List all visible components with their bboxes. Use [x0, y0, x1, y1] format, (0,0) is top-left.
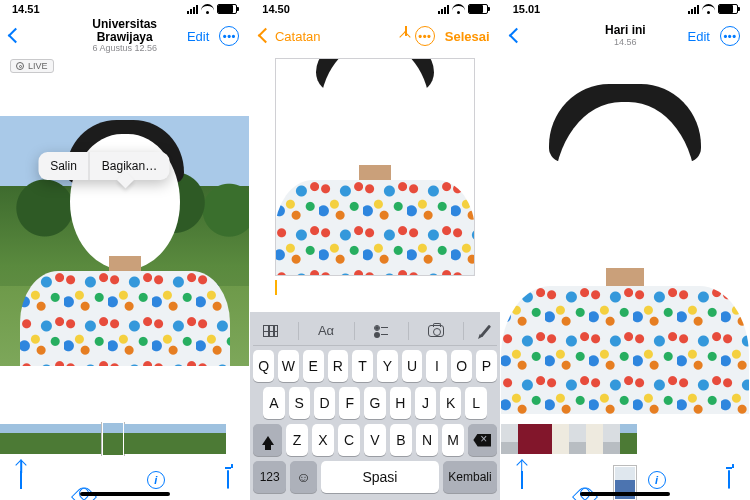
key-q[interactable]: Q	[253, 350, 274, 382]
key-r[interactable]: R	[328, 350, 349, 382]
thumbnail[interactable]	[51, 424, 68, 454]
key-v[interactable]: V	[364, 424, 386, 456]
key-f[interactable]: F	[339, 387, 360, 419]
delete-button[interactable]	[227, 471, 229, 489]
pasted-image[interactable]	[275, 58, 475, 276]
key-y[interactable]: Y	[377, 350, 398, 382]
key-shift[interactable]	[253, 424, 282, 456]
key-o[interactable]: O	[451, 350, 472, 382]
key-l[interactable]: L	[465, 387, 486, 419]
checklist-icon	[374, 325, 388, 337]
trash-icon	[227, 470, 229, 489]
key-z[interactable]: Z	[286, 424, 308, 456]
kb-table-button[interactable]	[263, 325, 278, 337]
thumbnail-strip[interactable]	[501, 422, 750, 456]
key-b[interactable]: B	[390, 424, 412, 456]
note-body[interactable]	[250, 54, 499, 312]
thumbnail[interactable]	[552, 424, 569, 454]
nav-subtitle: 14.56	[565, 38, 686, 48]
key-t[interactable]: T	[352, 350, 373, 382]
key-space[interactable]: Spasi	[321, 461, 440, 493]
thumbnail[interactable]	[141, 424, 158, 454]
key-a[interactable]: A	[263, 387, 284, 419]
key-g[interactable]: G	[364, 387, 385, 419]
key-d[interactable]: D	[314, 387, 335, 419]
context-copy[interactable]: Salin	[38, 152, 89, 180]
share-button[interactable]	[20, 471, 22, 489]
photo-viewport[interactable]: Salin Bagikan…	[0, 116, 249, 366]
thumbnail[interactable]	[535, 424, 552, 454]
edit-button[interactable]: Edit	[187, 29, 209, 44]
chevron-left-icon	[508, 27, 524, 43]
chevron-left-icon	[8, 27, 24, 43]
kb-format-button[interactable]: Aα	[318, 323, 334, 338]
status-time: 15.01	[513, 3, 541, 15]
more-button[interactable]: •••	[219, 26, 239, 46]
thumbnail[interactable]	[209, 424, 226, 454]
more-button[interactable]: •••	[720, 26, 740, 46]
thumbnail[interactable]	[620, 424, 637, 454]
thumbnail[interactable]	[586, 424, 603, 454]
thumbnail[interactable]	[124, 424, 141, 454]
nav-bar: Hari ini 14.56 Edit •••	[501, 18, 750, 54]
photo-subject	[275, 59, 475, 275]
key-numbers[interactable]: 123	[253, 461, 286, 493]
key-w[interactable]: W	[278, 350, 299, 382]
thumbnail[interactable]	[85, 424, 102, 454]
kb-markup-button[interactable]	[484, 324, 487, 338]
subject-floral-shirt	[501, 286, 749, 414]
thumbnail[interactable]	[501, 424, 518, 454]
key-p[interactable]: P	[476, 350, 497, 382]
status-indicators	[688, 4, 738, 14]
photo-subject-cutout	[501, 94, 749, 414]
thumbnail[interactable]	[518, 424, 535, 454]
thumbnail-strip[interactable]	[0, 422, 249, 456]
key-emoji[interactable]: ☺	[290, 461, 317, 493]
thumbnail[interactable]	[68, 424, 85, 454]
key-e[interactable]: E	[303, 350, 324, 382]
thumbnail[interactable]	[192, 424, 209, 454]
info-icon: i	[655, 474, 658, 486]
info-button[interactable]: i	[147, 471, 165, 489]
subject-floral-shirt	[20, 271, 230, 366]
thumbnail[interactable]	[158, 424, 175, 454]
kb-camera-button[interactable]	[428, 325, 444, 337]
keyboard-row-3: Z X C V B N M	[253, 424, 496, 456]
thumbnail[interactable]	[603, 424, 620, 454]
back-button[interactable]: Catatan	[260, 29, 320, 44]
key-k[interactable]: K	[440, 387, 461, 419]
key-j[interactable]: J	[415, 387, 436, 419]
nav-subtitle: 6 Agustus 12.56	[64, 44, 185, 54]
thumbnail[interactable]	[175, 424, 192, 454]
thumbnail[interactable]	[34, 424, 51, 454]
key-backspace[interactable]	[468, 424, 497, 456]
key-u[interactable]: U	[402, 350, 423, 382]
photo-viewport[interactable]	[501, 54, 750, 422]
info-button[interactable]: i	[648, 471, 666, 489]
home-indicator[interactable]	[80, 492, 170, 496]
key-h[interactable]: H	[390, 387, 411, 419]
live-label: LIVE	[28, 61, 48, 71]
back-button[interactable]	[10, 29, 21, 44]
delete-button[interactable]	[728, 471, 730, 489]
key-return[interactable]: Kembali	[443, 461, 496, 493]
home-indicator[interactable]	[580, 492, 670, 496]
share-button[interactable]	[521, 471, 523, 489]
thumbnail[interactable]	[17, 424, 34, 454]
thumbnail[interactable]	[569, 424, 586, 454]
thumbnail[interactable]	[0, 424, 17, 454]
key-n[interactable]: N	[416, 424, 438, 456]
kb-checklist-button[interactable]	[374, 325, 388, 337]
live-photo-badge[interactable]: LIVE	[10, 59, 54, 73]
done-button[interactable]: Selesai	[445, 29, 490, 44]
back-button[interactable]	[511, 29, 522, 44]
thumbnail-selected[interactable]	[102, 422, 124, 456]
key-s[interactable]: S	[289, 387, 310, 419]
screen-photos-original: 14.51 Universitas Brawijaya 6 Agustus 12…	[0, 0, 249, 500]
edit-button[interactable]: Edit	[688, 29, 710, 44]
key-i[interactable]: I	[426, 350, 447, 382]
key-c[interactable]: C	[338, 424, 360, 456]
key-m[interactable]: M	[442, 424, 464, 456]
key-x[interactable]: X	[312, 424, 334, 456]
more-button[interactable]: •••	[415, 26, 435, 46]
